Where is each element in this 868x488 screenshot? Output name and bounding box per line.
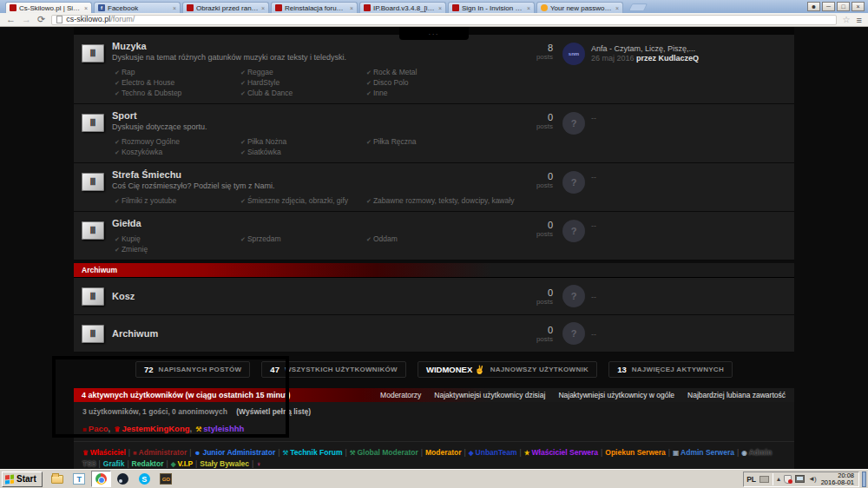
forum-title[interactable]: Muzyka	[112, 41, 520, 51]
active-bar-link-1[interactable]: Najaktywniejsi użytkownicy dzisiaj	[434, 391, 545, 399]
group-legend-link[interactable]: Właściciel Serwera	[532, 448, 599, 457]
stat-button-2[interactable]: WIDMONEX ✌NAJNOWSZY UŻYTKOWNIK	[418, 361, 597, 378]
network-icon[interactable]	[795, 475, 805, 483]
group-legend-link[interactable]: Stały Bywalec	[200, 459, 249, 468]
subforum-link[interactable]: ✔Piłka Nożna	[240, 137, 366, 147]
refresh-icon[interactable]: ⟳	[37, 15, 45, 24]
last-post-title[interactable]: Anfa - Czytam, Liczę, Piszę,...	[591, 44, 699, 54]
subforum-link[interactable]: ✔Piłka Ręczna	[366, 137, 520, 147]
group-legend-link[interactable]: UnbanTeam	[476, 448, 517, 457]
subforum-link[interactable]: ✔Zmienię	[115, 245, 240, 254]
minimize-button[interactable]: ─	[822, 2, 835, 11]
browser-tab-2[interactable]: Obrazki przed rangą - Ogóln×	[182, 2, 269, 13]
subforum-link[interactable]: ✔Kupię	[115, 234, 240, 244]
subforum-link[interactable]: ✔Club & Dance	[240, 89, 366, 98]
language-indicator[interactable]: PL	[746, 475, 756, 484]
online-user-link[interactable]: Paco	[89, 424, 108, 433]
start-button[interactable]: Start	[2, 472, 43, 487]
subforum-link[interactable]: ✔Oddam	[366, 234, 520, 244]
taskbar-explorer-button[interactable]	[48, 471, 68, 487]
group-legend-link[interactable]: Junior Administrator	[202, 448, 275, 457]
subforum-link[interactable]: ✔Rap	[115, 68, 240, 77]
group-legend-link[interactable]: V.I.P	[177, 459, 193, 468]
taskbar-teamspeak-button[interactable]: T	[69, 471, 89, 487]
browser-tab-3[interactable]: Reinstalacja forum = Kopia t×	[271, 2, 358, 13]
subforum-link[interactable]: ✔Reggae	[240, 68, 366, 77]
subforum-link[interactable]: ✔Electro & House	[115, 78, 240, 88]
category-header-archiwum[interactable]: Archiwum	[74, 263, 794, 278]
stat-button-0[interactable]: 72NAPISANYCH POSTÓW	[135, 361, 250, 378]
group-legend-link[interactable]: Global Moderator	[357, 448, 418, 457]
close-button[interactable]: ×	[852, 2, 865, 11]
taskbar-chrome-button[interactable]	[91, 471, 111, 487]
view-full-list-link[interactable]: (Wyświetl pełną listę)	[236, 407, 311, 416]
subforum-link[interactable]: ✔Zabawne rozmowy, teksty, dowcipy, kawał…	[366, 196, 520, 206]
browser-tab-0[interactable]: Cs-Skilowo.pl | Sieć Serweró×	[5, 2, 92, 13]
hidden-icons-arrow-icon[interactable]: ▴	[777, 475, 780, 483]
forum-title[interactable]: Archiwum	[112, 328, 520, 339]
active-bar-link-2[interactable]: Najaktywniejsi użytkownicy w ogóle	[558, 391, 674, 399]
stat-button-3[interactable]: 13NAJWIĘCEJ AKTYWNYCH	[608, 361, 733, 378]
collapse-category-button[interactable]: ...	[399, 27, 469, 40]
clock[interactable]: 20:08 2016-08-01	[819, 472, 856, 486]
group-legend-link[interactable]: Grafik	[103, 459, 125, 468]
keyboard-icon[interactable]	[760, 476, 769, 483]
browser-tab-5[interactable]: Sign In - Invision Virus×	[448, 2, 535, 13]
taskbar-skype-button[interactable]: S	[135, 471, 155, 487]
maximize-button[interactable]: □	[837, 2, 850, 11]
group-legend-link[interactable]: Moderator	[425, 448, 462, 457]
bookmark-star-icon[interactable]: ☆	[843, 15, 851, 24]
profile-button[interactable]: ☻	[807, 2, 820, 11]
subforum-link[interactable]: ✔Disco Polo	[366, 78, 520, 88]
browser-tab-6[interactable]: Your new password Invision×	[536, 2, 623, 13]
menu-icon[interactable]: ≡	[857, 15, 862, 25]
online-user-link[interactable]: JestemKingKong	[122, 424, 189, 433]
tab-close-icon[interactable]: ×	[615, 5, 619, 11]
subforum-link[interactable]: ✔HardStyle	[240, 78, 366, 88]
url-text[interactable]: cs-skilowo.pl/forum/	[66, 16, 135, 23]
show-desktop-button[interactable]	[862, 472, 866, 487]
taskbar-steam-button[interactable]	[113, 471, 133, 487]
forum-title[interactable]: Giełda	[112, 218, 520, 228]
tab-close-icon[interactable]: ×	[527, 5, 530, 11]
tab-close-icon[interactable]: ×	[350, 5, 353, 11]
group-legend-link[interactable]: Opiekun Serwera	[605, 448, 665, 457]
stat-button-1[interactable]: 47WSZYSTKICH UŻYTKOWNIKÓW	[261, 361, 406, 378]
group-legend-link[interactable]: Technik Forum	[290, 448, 342, 457]
forward-icon[interactable]: →	[22, 15, 31, 24]
group-legend-link[interactable]: Admin Serwera	[681, 448, 734, 457]
subforum-link[interactable]: ✔Śmieszne zdjęcia, obrazki, gify	[240, 196, 366, 206]
forum-title[interactable]: Strefa Śmiechu	[112, 169, 520, 180]
forum-title[interactable]: Kosz	[112, 291, 520, 301]
new-tab-button[interactable]	[628, 3, 648, 11]
subforum-link[interactable]: ✔Sprzedam	[240, 234, 366, 244]
subforum-link[interactable]: ✔Rozmowy Ogólne	[115, 137, 240, 147]
subforum-link[interactable]: ✔Rock & Metal	[366, 68, 520, 77]
subforum-link[interactable]: ✔Filmiki z youtube	[115, 196, 240, 206]
group-legend-link[interactable]: Redaktor	[132, 459, 164, 468]
subforum-link[interactable]: ✔Inne	[366, 89, 520, 98]
taskbar-csgo-button[interactable]: GO	[156, 471, 176, 487]
active-bar-link-3[interactable]: Najbardziej lubiana zawartość	[687, 391, 786, 399]
active-bar-link-0[interactable]: Moderatorzy	[380, 391, 421, 399]
tab-close-icon[interactable]: ×	[261, 5, 265, 11]
browser-tab-1[interactable]: fFacebook×	[94, 2, 181, 13]
address-bar[interactable]: cs-skilowo.pl/forum/	[51, 15, 836, 25]
volume-icon[interactable]: ◄)	[808, 475, 816, 483]
online-user-link[interactable]: styleishhh	[203, 424, 244, 433]
tab-close-icon[interactable]: ×	[438, 5, 442, 11]
separator: |	[421, 448, 423, 457]
tab-close-icon[interactable]: ×	[173, 5, 176, 11]
browser-tab-4[interactable]: IP.Board.v3.4.8_[illusion]_n×	[359, 2, 446, 13]
subforum-link[interactable]: ✔Siatkówka	[240, 148, 366, 157]
group-legend-link[interactable]: Właściciel	[90, 448, 126, 457]
forum-title[interactable]: Sport	[112, 110, 520, 121]
group-legend-link[interactable]: Administrator	[139, 448, 187, 457]
subforum-link[interactable]: ✔Koszykówka	[115, 148, 240, 157]
tab-close-icon[interactable]: ×	[84, 5, 88, 11]
action-center-icon[interactable]	[784, 475, 792, 484]
subforum-link[interactable]: ✔Techno & Dubstep	[115, 89, 240, 98]
last-post-avatar[interactable]: snm	[562, 43, 585, 65]
back-icon[interactable]: ←	[6, 15, 16, 24]
last-post-user[interactable]: przez KudlaczeQ	[636, 54, 699, 63]
